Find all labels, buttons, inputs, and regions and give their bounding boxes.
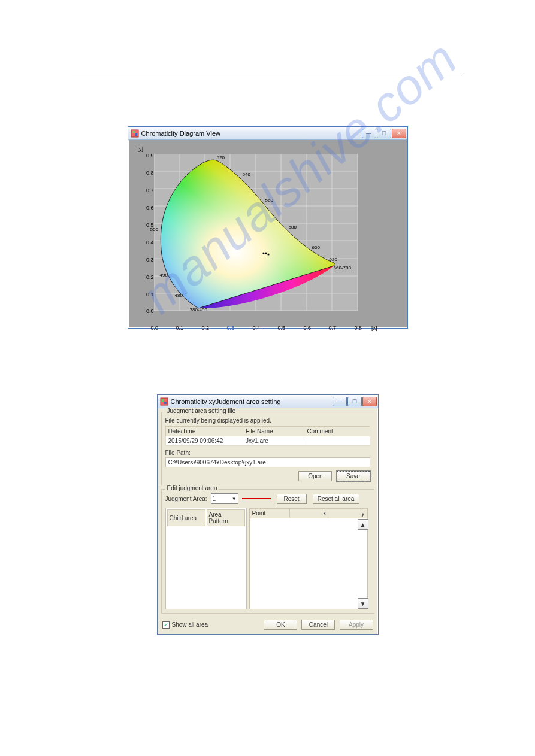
close-button[interactable]: ✕ <box>362 397 377 406</box>
point-table[interactable]: Point x y ▲ ▼ <box>249 508 368 609</box>
maximize-button[interactable]: ☐ <box>347 397 362 406</box>
col-point[interactable]: Point <box>250 509 289 518</box>
chromaticity-plot <box>154 154 358 311</box>
table-row[interactable] <box>167 582 245 588</box>
y-tick: 0.1 <box>139 292 154 297</box>
chromaticity-diagram-window: Chromaticity Diagram View — ☐ ✕ <box>128 126 408 329</box>
judgment-area-file-group: Judgment area setting file File currentl… <box>161 412 374 485</box>
x-tick: 0.8 <box>355 325 362 331</box>
x-tick: 0.4 <box>253 325 261 331</box>
table-row[interactable] <box>167 543 245 549</box>
y-tick: 0.7 <box>139 187 154 193</box>
file-table: Date/Time File Name Comment 2015/09/29 0… <box>165 426 370 446</box>
x-tick: 0.3 <box>227 325 235 331</box>
wavelength-label: 480 <box>175 293 183 298</box>
cell-comment <box>304 436 370 446</box>
titlebar[interactable]: Chromaticity Diagram View — ☐ ✕ <box>128 127 407 140</box>
y-tick: 0.6 <box>139 205 154 211</box>
group-legend: Edit judgment area <box>165 485 219 491</box>
wavelength-label: 490 <box>160 272 168 278</box>
y-tick: 0.9 <box>139 153 154 159</box>
wavelength-label: 500 <box>150 227 158 232</box>
y-tick: 0.3 <box>139 257 154 263</box>
table-row[interactable] <box>167 558 245 565</box>
table-row[interactable] <box>167 551 245 557</box>
x-tick: 0.0 <box>151 325 159 331</box>
judgment-area-select[interactable]: 1 ▼ <box>211 493 238 504</box>
chevron-down-icon: ▼ <box>232 496 237 502</box>
svg-point-24 <box>265 252 267 254</box>
col-comment[interactable]: Comment <box>304 427 370 436</box>
applied-file-hint: File currently being displayed is applie… <box>165 417 370 424</box>
table-row[interactable] <box>167 566 245 573</box>
cell-filename: Jxy1.are <box>243 436 304 446</box>
app-icon <box>160 397 168 406</box>
y-tick: 0.0 <box>139 308 154 314</box>
svg-point-23 <box>262 252 264 254</box>
judgment-area-label: Judgment Area: <box>165 496 207 502</box>
x-tick: 0.5 <box>278 325 286 331</box>
x-tick: 0.1 <box>176 325 184 331</box>
wavelength-label: 540 <box>243 172 250 177</box>
show-all-area-checkbox[interactable]: ✓ Show all area <box>162 621 208 629</box>
edit-judgment-area-group: Edit judgment area Judgment Area: 1 ▼ Re… <box>161 489 374 614</box>
wavelength-label: 660-780 <box>334 265 351 271</box>
cancel-button[interactable]: Cancel <box>301 620 335 630</box>
window-title: Chromaticity xyJudgment area setting <box>171 398 333 405</box>
move-up-button[interactable]: ▲ <box>358 519 368 530</box>
wavelength-label: 380-450 <box>190 307 207 312</box>
col-child-area[interactable]: Child area <box>167 509 205 526</box>
maximize-button[interactable]: ☐ <box>377 129 391 138</box>
col-filename[interactable]: File Name <box>243 427 304 436</box>
check-icon: ✓ <box>162 621 170 629</box>
group-legend: Judgment area setting file <box>165 408 238 414</box>
ok-button[interactable]: OK <box>264 620 297 630</box>
y-tick: 0.2 <box>139 274 154 280</box>
window-title: Chromaticity Diagram View <box>141 130 362 137</box>
move-down-button[interactable]: ▼ <box>358 598 368 609</box>
table-row[interactable]: 2015/09/29 09:06:42 Jxy1.are <box>165 436 370 446</box>
apply-button[interactable]: Apply <box>340 620 373 630</box>
col-area-pattern[interactable]: Area Pattern <box>207 509 245 526</box>
judgment-area-setting-dialog: Chromaticity xyJudgment area setting — ☐… <box>157 394 379 635</box>
cell-datetime: 2015/09/29 09:06:42 <box>165 436 243 446</box>
page-rule <box>72 72 463 72</box>
titlebar[interactable]: Chromaticity xyJudgment area setting — ☐… <box>158 395 378 408</box>
col-x[interactable]: x <box>289 509 328 518</box>
close-button[interactable]: ✕ <box>392 129 406 138</box>
table-row[interactable] <box>167 590 245 596</box>
wavelength-label: 580 <box>289 224 297 230</box>
y-tick: 0.4 <box>139 239 154 245</box>
child-area-table[interactable]: Child area Area Pattern <box>165 508 247 609</box>
svg-rect-1 <box>132 131 135 133</box>
col-datetime[interactable]: Date/Time <box>165 427 243 436</box>
svg-rect-2 <box>135 133 137 136</box>
select-value: 1 <box>213 496 216 502</box>
svg-point-25 <box>267 253 269 255</box>
x-tick: 0.6 <box>304 325 312 331</box>
reset-button[interactable]: Reset <box>277 494 307 504</box>
svg-rect-27 <box>162 399 164 402</box>
y-axis-title: [y] <box>138 146 144 152</box>
minimize-button[interactable]: — <box>333 397 347 406</box>
x-tick: 0.2 <box>202 325 210 331</box>
table-row[interactable] <box>167 527 245 534</box>
table-row[interactable] <box>167 574 245 581</box>
reset-all-button[interactable]: Reset all area <box>313 494 359 504</box>
table-row[interactable] <box>167 535 245 542</box>
area-color-swatch <box>242 498 271 499</box>
chart-canvas[interactable]: 520 540 560 580 600 620 660-780 500 490 … <box>128 140 407 329</box>
app-icon <box>131 129 139 138</box>
checkbox-label: Show all area <box>172 621 208 628</box>
save-button[interactable]: Save <box>337 471 370 481</box>
wavelength-label: 620 <box>330 257 337 262</box>
open-button[interactable]: Open <box>298 471 332 481</box>
y-tick: 0.8 <box>139 170 154 176</box>
minimize-button[interactable]: — <box>362 129 376 138</box>
col-y[interactable]: y <box>328 509 367 518</box>
file-path-label: File Path: <box>165 450 370 456</box>
svg-rect-28 <box>164 402 167 404</box>
file-path-field[interactable]: C:¥Users¥900674¥Desktop¥jxy1.are <box>165 457 370 467</box>
x-axis-title: [x] <box>371 325 377 331</box>
x-tick: 0.7 <box>329 325 337 331</box>
